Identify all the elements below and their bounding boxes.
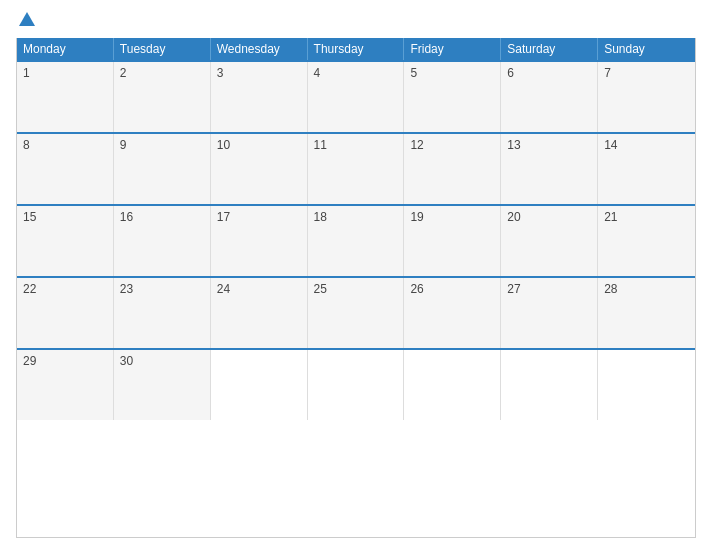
header	[16, 12, 696, 28]
day-number: 1	[23, 66, 30, 80]
day-number: 24	[217, 282, 230, 296]
page: MondayTuesdayWednesdayThursdayFridaySatu…	[0, 0, 712, 550]
day-header-monday: Monday	[17, 38, 114, 60]
day-cell: 5	[404, 62, 501, 132]
day-number: 14	[604, 138, 617, 152]
day-header-friday: Friday	[404, 38, 501, 60]
day-number: 9	[120, 138, 127, 152]
day-cell: 15	[17, 206, 114, 276]
day-number: 22	[23, 282, 36, 296]
day-cell: 10	[211, 134, 308, 204]
day-number: 30	[120, 354, 133, 368]
day-header-thursday: Thursday	[308, 38, 405, 60]
week-row-4: 22232425262728	[17, 276, 695, 348]
day-cell: 6	[501, 62, 598, 132]
week-row-1: 1234567	[17, 60, 695, 132]
day-cell: 22	[17, 278, 114, 348]
day-number: 15	[23, 210, 36, 224]
logo	[16, 12, 35, 28]
day-number: 19	[410, 210, 423, 224]
day-number: 23	[120, 282, 133, 296]
day-header-sunday: Sunday	[598, 38, 695, 60]
day-number: 18	[314, 210, 327, 224]
day-number: 6	[507, 66, 514, 80]
day-cell: 4	[308, 62, 405, 132]
day-cell: 27	[501, 278, 598, 348]
day-cell: 29	[17, 350, 114, 420]
day-cell	[308, 350, 405, 420]
day-header-wednesday: Wednesday	[211, 38, 308, 60]
day-number: 2	[120, 66, 127, 80]
day-cell: 28	[598, 278, 695, 348]
day-number: 8	[23, 138, 30, 152]
day-cell: 30	[114, 350, 211, 420]
day-number: 16	[120, 210, 133, 224]
day-number: 3	[217, 66, 224, 80]
day-cell	[404, 350, 501, 420]
day-cell	[211, 350, 308, 420]
weeks-container: 1234567891011121314151617181920212223242…	[17, 60, 695, 420]
day-cell: 7	[598, 62, 695, 132]
day-cell: 8	[17, 134, 114, 204]
day-cell: 14	[598, 134, 695, 204]
day-cell	[501, 350, 598, 420]
day-header-tuesday: Tuesday	[114, 38, 211, 60]
day-number: 29	[23, 354, 36, 368]
logo-triangle-icon	[19, 12, 35, 26]
day-cell: 11	[308, 134, 405, 204]
day-number: 21	[604, 210, 617, 224]
day-number: 27	[507, 282, 520, 296]
week-row-2: 891011121314	[17, 132, 695, 204]
day-cell	[598, 350, 695, 420]
week-row-5: 2930	[17, 348, 695, 420]
day-cell: 13	[501, 134, 598, 204]
day-cell: 2	[114, 62, 211, 132]
day-cell: 1	[17, 62, 114, 132]
day-cell: 23	[114, 278, 211, 348]
day-cell: 3	[211, 62, 308, 132]
day-cell: 26	[404, 278, 501, 348]
day-cell: 21	[598, 206, 695, 276]
day-cell: 25	[308, 278, 405, 348]
day-number: 4	[314, 66, 321, 80]
day-number: 13	[507, 138, 520, 152]
day-number: 20	[507, 210, 520, 224]
day-number: 10	[217, 138, 230, 152]
day-number: 7	[604, 66, 611, 80]
calendar: MondayTuesdayWednesdayThursdayFridaySatu…	[16, 38, 696, 538]
day-header-saturday: Saturday	[501, 38, 598, 60]
day-cell: 9	[114, 134, 211, 204]
week-row-3: 15161718192021	[17, 204, 695, 276]
day-number: 11	[314, 138, 327, 152]
day-number: 26	[410, 282, 423, 296]
day-number: 17	[217, 210, 230, 224]
day-headers: MondayTuesdayWednesdayThursdayFridaySatu…	[17, 38, 695, 60]
day-cell: 20	[501, 206, 598, 276]
day-cell: 18	[308, 206, 405, 276]
day-cell: 19	[404, 206, 501, 276]
day-cell: 17	[211, 206, 308, 276]
day-number: 12	[410, 138, 423, 152]
day-cell: 24	[211, 278, 308, 348]
day-cell: 12	[404, 134, 501, 204]
day-number: 25	[314, 282, 327, 296]
day-cell: 16	[114, 206, 211, 276]
day-number: 5	[410, 66, 417, 80]
day-number: 28	[604, 282, 617, 296]
